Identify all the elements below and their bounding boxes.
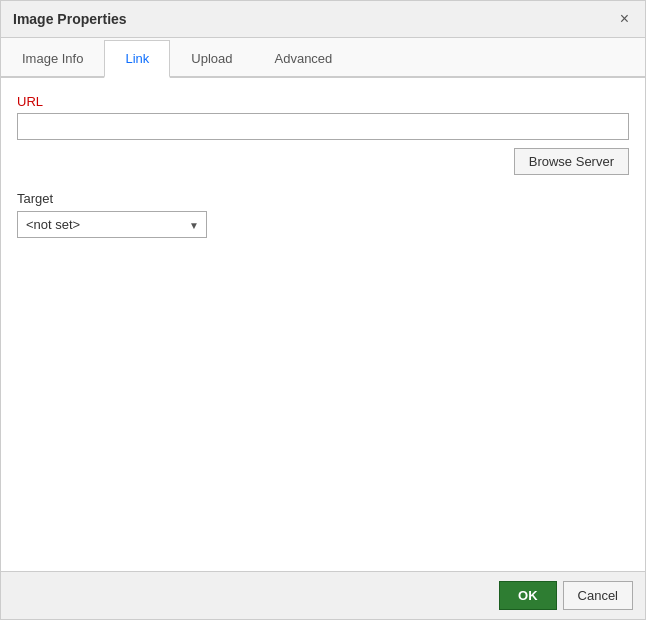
target-field-group: Target <not set> _blank _top _self _pare… bbox=[17, 191, 629, 238]
browse-server-button[interactable]: Browse Server bbox=[514, 148, 629, 175]
ok-button[interactable]: OK bbox=[499, 581, 557, 610]
footer-buttons: OK Cancel bbox=[13, 581, 633, 610]
tab-image-info[interactable]: Image Info bbox=[1, 40, 104, 78]
dialog-footer: OK Cancel bbox=[1, 571, 645, 619]
url-label: URL bbox=[17, 94, 629, 109]
url-field-group: URL bbox=[17, 94, 629, 148]
url-input[interactable] bbox=[17, 113, 629, 140]
target-select-wrapper: <not set> _blank _top _self _parent bbox=[17, 211, 207, 238]
dialog-title: Image Properties bbox=[13, 11, 127, 27]
dialog-header: Image Properties × bbox=[1, 1, 645, 38]
close-button[interactable]: × bbox=[616, 9, 633, 29]
tab-advanced[interactable]: Advanced bbox=[254, 40, 354, 78]
tab-bar: Image Info Link Upload Advanced bbox=[1, 38, 645, 78]
tab-upload[interactable]: Upload bbox=[170, 40, 253, 78]
dialog-body: URL Browse Server Target <not set> _blan… bbox=[1, 78, 645, 571]
tab-link[interactable]: Link bbox=[104, 40, 170, 78]
target-select[interactable]: <not set> _blank _top _self _parent bbox=[17, 211, 207, 238]
cancel-button[interactable]: Cancel bbox=[563, 581, 633, 610]
target-label: Target bbox=[17, 191, 629, 206]
browse-row: Browse Server bbox=[17, 148, 629, 175]
image-properties-dialog: Image Properties × Image Info Link Uploa… bbox=[0, 0, 646, 620]
